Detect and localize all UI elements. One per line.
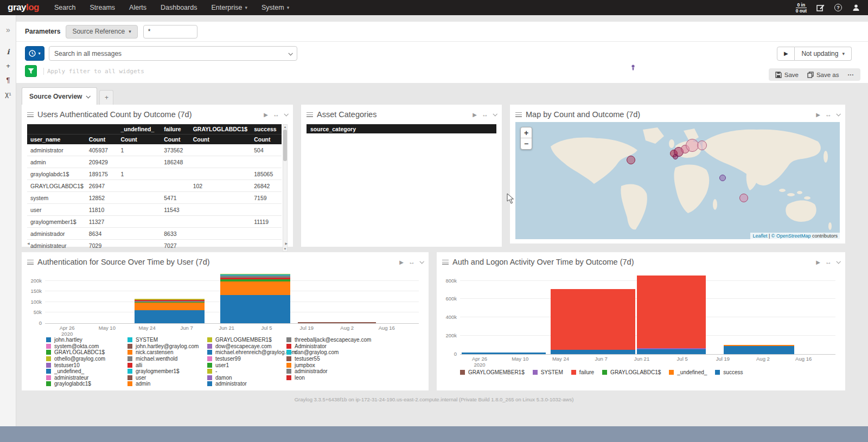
drag-handle-icon[interactable] (442, 260, 449, 265)
refresh-interval-button[interactable]: Not updating▾ (795, 47, 852, 61)
widget-menu-chevron-icon[interactable] (493, 112, 497, 116)
legend-item[interactable]: michael.ehrenreich@graylog.com (207, 349, 286, 356)
leaflet-link[interactable]: Leaflet (752, 233, 767, 239)
legend-item[interactable]: GRAYLOGMEMBER1$ (207, 337, 286, 343)
widget-menu-chevron-icon[interactable] (836, 112, 840, 116)
stacked-bar[interactable] (724, 345, 794, 354)
column-header-cell[interactable]: Count (86, 134, 118, 145)
time-range-button[interactable]: ▾ (25, 46, 44, 61)
legend-item[interactable]: dow@escapecaye.com (207, 343, 286, 350)
graylog-logo[interactable]: graylog (8, 2, 39, 13)
scroll-right-icon[interactable]: ▶ (285, 241, 288, 245)
zoom-out-button[interactable]: − (521, 138, 532, 149)
world-map[interactable]: + − Leaflet | © OpenStreetMap contributo… (515, 122, 840, 239)
widget-play-icon[interactable]: ▶ (816, 259, 820, 265)
legend-item[interactable]: administrator (207, 381, 286, 387)
save-as-button[interactable]: Save as (807, 72, 839, 78)
source-reference-dropdown[interactable]: Source Reference▾ (66, 25, 137, 39)
map-marker[interactable] (719, 175, 726, 181)
widget-play-icon[interactable]: ▶ (473, 112, 477, 118)
legend-item[interactable]: nick.carstensen (127, 349, 207, 356)
table-row[interactable]: administrator4059371373562504 (27, 144, 282, 156)
table-row[interactable]: administrador86348633 (27, 228, 282, 240)
sidebar-expand-icon[interactable]: » (0, 23, 16, 37)
widget-focus-icon[interactable]: ↔ (825, 258, 832, 266)
search-query-select[interactable]: Search in all messages (49, 46, 297, 61)
more-actions-button[interactable]: ··· (848, 72, 854, 78)
widget-play-icon[interactable]: ▶ (264, 112, 268, 118)
legend-item[interactable]: alli (127, 362, 207, 368)
tab-source-overview[interactable]: Source Overview (22, 87, 97, 105)
legend-item[interactable]: SYSTEM (127, 337, 207, 343)
legend-item[interactable]: graylogmember1$ (127, 368, 207, 375)
legend-item[interactable]: testuser10 (46, 362, 127, 368)
legend-item[interactable]: failure (571, 369, 594, 376)
legend-item[interactable]: threeballjack@escapecaye.com (286, 337, 371, 343)
legend-item[interactable]: damon (207, 375, 286, 381)
legend-item[interactable]: jumpbox (286, 362, 371, 368)
table-row[interactable]: system1285254717159 (27, 192, 282, 204)
nav-item-enterprise[interactable]: Enterprise▾ (211, 4, 247, 11)
legend-item[interactable]: testuser55 (286, 356, 371, 362)
legend-item[interactable]: - (207, 368, 286, 375)
drag-handle-icon[interactable] (27, 260, 34, 265)
nav-item-alerts[interactable]: Alerts (129, 4, 146, 11)
drag-handle-icon[interactable] (307, 112, 313, 117)
sidebar-fields-icon[interactable]: χ1 (0, 87, 16, 101)
map-marker[interactable] (697, 140, 707, 150)
legend-item[interactable]: grayloglabdc1$ (46, 381, 127, 387)
legend-item[interactable]: GRAYLOGLABDC1$ (46, 349, 127, 356)
widget-focus-icon[interactable]: ↔ (409, 258, 415, 266)
osm-link[interactable]: © OpenStreetMap (771, 233, 811, 239)
legend-item[interactable]: admin (127, 381, 207, 387)
widget-menu-chevron-icon[interactable] (284, 112, 288, 116)
nav-item-system[interactable]: System▾ (261, 4, 289, 11)
stacked-bar[interactable] (298, 322, 375, 323)
legend-item[interactable]: administrateur (46, 375, 127, 381)
sidebar-create-icon[interactable]: + (0, 59, 16, 73)
scroll-left-icon[interactable]: ◀ (27, 241, 30, 245)
filter-input[interactable]: Apply filter to all widgets (43, 68, 144, 75)
legend-item[interactable]: _undefined_ (669, 369, 707, 376)
legend-item[interactable]: SYSTEM (533, 369, 563, 376)
scroll-up-icon[interactable]: ▲ (284, 125, 287, 129)
scroll-down-icon[interactable]: ▼ (284, 247, 287, 251)
nav-item-search[interactable]: Search (54, 4, 76, 11)
sidebar-description-icon[interactable]: i (0, 44, 16, 59)
stacked-bar[interactable] (637, 276, 706, 354)
refresh-play-button[interactable]: ▶ (777, 47, 795, 61)
table-row[interactable]: user1181011543 (27, 204, 282, 216)
map-marker[interactable] (673, 154, 678, 159)
widget-play-icon[interactable]: ▶ (816, 112, 820, 118)
scrollbar-thumb[interactable] (283, 130, 287, 161)
legend-item[interactable]: Administrator (286, 343, 371, 350)
widget-focus-icon[interactable]: ↔ (482, 111, 488, 118)
legend-item[interactable]: user1 (207, 362, 286, 368)
horizontal-scrollbar[interactable]: ◀ ▶ (27, 241, 288, 246)
help-icon[interactable]: ? (834, 3, 843, 12)
stacked-bar[interactable] (462, 353, 545, 354)
parameter-value-input[interactable] (143, 25, 197, 39)
drag-handle-icon[interactable] (515, 112, 522, 117)
stacked-bar[interactable] (551, 289, 635, 354)
map-marker[interactable] (627, 156, 635, 164)
widget-focus-icon[interactable]: ↔ (825, 111, 832, 118)
widget-focus-icon[interactable]: ↔ (273, 111, 279, 118)
drag-handle-icon[interactable] (27, 112, 34, 117)
zoom-in-button[interactable]: + (521, 127, 532, 138)
parameter-hint-icon[interactable] (631, 63, 635, 73)
user-icon[interactable] (852, 3, 860, 12)
legend-item[interactable]: user (127, 375, 207, 381)
column-header-cell[interactable]: user_name (27, 134, 86, 145)
legend-item[interactable]: leon (286, 375, 371, 381)
legend-item[interactable]: john.hartley@graylog.com (127, 343, 207, 350)
legend-item[interactable]: othello@graylog.com (46, 356, 127, 362)
filter-button[interactable] (25, 65, 37, 77)
save-button[interactable]: Save (775, 72, 799, 78)
widget-menu-chevron-icon[interactable] (836, 259, 840, 264)
legend-item[interactable]: dan@graylog.com (286, 349, 371, 356)
column-header-cell[interactable]: Count (117, 134, 161, 145)
legend-item[interactable]: administrador (286, 368, 371, 375)
table-row[interactable]: grayloglabdc1$1891751185065 (27, 168, 282, 180)
legend-item[interactable]: _undefined_ (46, 368, 127, 375)
